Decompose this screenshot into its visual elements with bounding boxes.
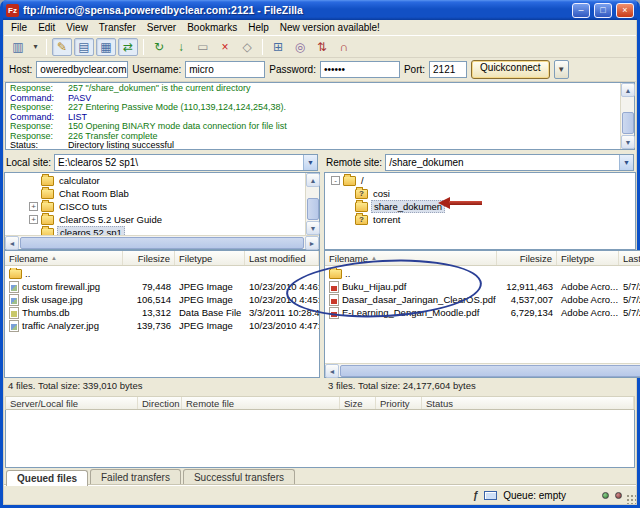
remote-tree-item[interactable]: cosi	[325, 187, 635, 200]
tab-queued-files[interactable]: Queued files	[6, 470, 88, 486]
column-header-modified[interactable]: Last modified	[619, 251, 640, 265]
resize-grip[interactable]	[626, 494, 636, 504]
column-header-server-local-file[interactable]: Server/Local file	[6, 397, 138, 409]
menu-view[interactable]: View	[61, 21, 93, 34]
local-treeview-toggle-icon[interactable]: ▤	[74, 38, 94, 56]
scroll-left-icon[interactable]: ◄	[5, 236, 19, 250]
directory-comparison-icon[interactable]: ⊞	[268, 38, 288, 56]
transfer-queue-list[interactable]	[5, 410, 635, 468]
scrollbar-thumb[interactable]	[20, 237, 304, 249]
tab-successful-transfers[interactable]: Successful transfers	[183, 469, 295, 485]
chevron-down-icon[interactable]: ▼	[619, 155, 633, 170]
quickconnect-dropdown-icon[interactable]: ▼	[554, 60, 569, 79]
chevron-down-icon[interactable]: ▼	[303, 155, 317, 170]
file-row[interactable]: Buku_Hijau.pdf12,911,463Adobe Acro...5/7…	[325, 280, 640, 293]
scroll-down-icon[interactable]: ▼	[621, 135, 635, 149]
port-input[interactable]: 2121	[429, 61, 467, 78]
disconnect-icon[interactable]: ◇	[237, 38, 257, 56]
expand-plus-icon[interactable]: +	[29, 202, 38, 211]
local-tree-item[interactable]: Chat Room Blab	[5, 187, 305, 200]
remote-list-hscrollbar[interactable]: ◄ ►	[325, 363, 640, 377]
refresh-icon[interactable]: ↻	[149, 38, 169, 56]
toolbar: ▥ ▾ ✎ ▤ ▦ ⇄ ↻ ↓ ▭ × ◇ ⊞ ◎ ⇅ ∩	[4, 36, 636, 58]
menu-new-version[interactable]: New version available!	[275, 21, 385, 34]
menu-transfer[interactable]: Transfer	[94, 21, 141, 34]
column-header-modified[interactable]: Last modified	[245, 251, 319, 265]
column-header-filename[interactable]: Filename▲	[325, 251, 497, 265]
synchronized-browsing-icon[interactable]: ⇅	[312, 38, 332, 56]
username-input[interactable]: micro	[185, 61, 265, 78]
filter-icon[interactable]: ∩	[334, 38, 354, 56]
file-row[interactable]: traffic Analyzer.jpg139,736JPEG Image10/…	[5, 319, 319, 332]
remote-tree: -/ cosi share_dokumen torrent	[325, 173, 635, 249]
site-manager-icon[interactable]: ▥	[8, 38, 28, 56]
password-input[interactable]: ••••••	[320, 61, 400, 78]
message-log-toggle-icon[interactable]: ✎	[52, 38, 72, 56]
column-header-direction[interactable]: Direction	[138, 397, 182, 409]
menu-server[interactable]: Server	[142, 21, 181, 34]
column-header-filetype[interactable]: Filetype	[557, 251, 619, 265]
encryption-status-icon[interactable]	[484, 491, 497, 500]
add-to-queue-icon[interactable]: ▭	[193, 38, 213, 56]
host-input[interactable]: oweredbyclear.com	[36, 61, 128, 78]
local-tree-vscrollbar[interactable]: ▲ ▼	[305, 173, 319, 235]
log-line: Status:Directory listing successful	[10, 141, 620, 149]
remote-tree-item-root[interactable]: -/	[325, 174, 635, 187]
local-tree-item[interactable]: +CISCO tuts	[5, 200, 305, 213]
column-header-remote-file[interactable]: Remote file	[182, 397, 340, 409]
tab-failed-transfers[interactable]: Failed transfers	[90, 469, 181, 485]
column-header-filesize[interactable]: Filesize	[497, 251, 557, 265]
menu-bookmarks[interactable]: Bookmarks	[182, 21, 242, 34]
file-row[interactable]: custom firewall.jpg79,448JPEG Image10/23…	[5, 280, 319, 293]
scrollbar-thumb[interactable]	[340, 365, 640, 377]
file-row-up[interactable]: ..	[325, 267, 640, 280]
file-row[interactable]: Dasar_dasar_Jaringan_ClearOS.pdf4,537,00…	[325, 293, 640, 306]
find-files-icon[interactable]: ◎	[290, 38, 310, 56]
minimize-button[interactable]: –	[572, 3, 590, 18]
local-site-combobox[interactable]: E:\clearos 52 sp1\ ▼	[54, 154, 318, 171]
menu-edit[interactable]: Edit	[33, 21, 60, 34]
log-line: Response:257 "/share_dokumen" is the cur…	[10, 84, 620, 94]
site-manager-dropdown-icon[interactable]: ▾	[30, 38, 41, 56]
local-tree-item[interactable]: +ClearOS 5.2 User Guide	[5, 213, 305, 226]
quickconnect-button[interactable]: Quickconnect	[471, 60, 550, 79]
scroll-down-icon[interactable]: ▼	[306, 221, 320, 235]
column-header-filetype[interactable]: Filetype	[175, 251, 245, 265]
column-header-size[interactable]: Size	[340, 397, 376, 409]
cancel-transfer-icon[interactable]: ×	[215, 38, 235, 56]
menu-help[interactable]: Help	[243, 21, 274, 34]
file-row[interactable]: Thumbs.db13,312Data Base File3/3/2011 10…	[5, 306, 319, 319]
remote-site-combobox[interactable]: /share_dokumen ▼	[385, 154, 634, 171]
collapse-minus-icon[interactable]: -	[331, 176, 340, 185]
file-row-up[interactable]: ..	[5, 267, 319, 280]
remote-treeview-toggle-icon[interactable]: ▦	[96, 38, 116, 56]
queue-view-toggle-icon[interactable]: ⇄	[118, 38, 138, 56]
scrollbar-thumb[interactable]	[622, 112, 634, 134]
scroll-up-icon[interactable]: ▲	[306, 173, 320, 187]
local-tree-item-selected[interactable]: clearos 52 sp1	[5, 226, 305, 235]
column-header-filesize[interactable]: Filesize	[123, 251, 175, 265]
maximize-button[interactable]: □	[594, 3, 612, 18]
remote-tree-item[interactable]: torrent	[325, 213, 635, 226]
local-tree-hscrollbar[interactable]: ◄ ►	[5, 235, 319, 249]
local-tree-item[interactable]: calculator	[5, 174, 305, 187]
window-title: ftp://micro@spensa.poweredbyclear.com:21…	[23, 4, 568, 16]
speed-limits-icon[interactable]: ƒ	[473, 490, 479, 501]
log-scrollbar[interactable]: ▲ ▼	[620, 83, 634, 149]
process-queue-icon[interactable]: ↓	[171, 38, 191, 56]
scroll-left-icon[interactable]: ◄	[325, 364, 339, 378]
expand-plus-icon[interactable]: +	[29, 215, 38, 224]
file-row[interactable]: E-Learning_Dengan_Moodle.pdf6,729,134Ado…	[325, 306, 640, 319]
file-row[interactable]: disk usage.jpg106,514JPEG Image10/23/201…	[5, 293, 319, 306]
open-folder-icon	[355, 202, 368, 212]
remote-tree-item-selected[interactable]: share_dokumen	[325, 200, 635, 213]
scroll-right-icon[interactable]: ►	[305, 236, 319, 250]
menu-file[interactable]: File	[6, 21, 32, 34]
column-header-status[interactable]: Status	[422, 397, 634, 409]
column-header-filename[interactable]: Filename▲	[5, 251, 123, 265]
scroll-up-icon[interactable]: ▲	[621, 83, 635, 97]
queue-status-text: Queue: empty	[503, 490, 566, 501]
scrollbar-thumb[interactable]	[307, 198, 319, 220]
close-button[interactable]: ×	[616, 3, 634, 18]
column-header-priority[interactable]: Priority	[376, 397, 422, 409]
